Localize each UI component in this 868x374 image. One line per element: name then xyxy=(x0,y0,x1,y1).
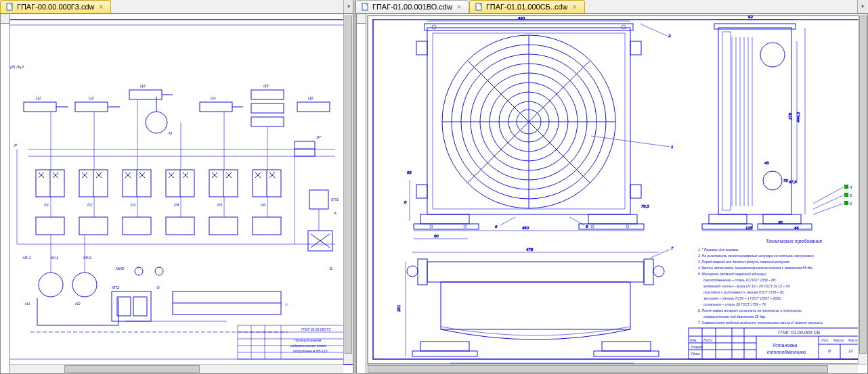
tab-right-1[interactable]: ГПАГ-01.00.001ВО.cdw × xyxy=(355,0,469,13)
svg-text:Р3: Р3 xyxy=(131,203,136,207)
svg-text:1. * Размеры  для справок.: 1. * Размеры для справок. xyxy=(698,248,739,252)
svg-rect-54 xyxy=(112,291,151,321)
svg-rect-162 xyxy=(714,24,796,29)
svg-rect-41 xyxy=(309,190,328,209)
svg-text:ГПАГ  00.00.000 Г3: ГПАГ 00.00.000 Г3 xyxy=(301,327,330,331)
svg-text:Ц3: Ц3 xyxy=(140,84,146,88)
tab-overflow-right[interactable]: ▾ xyxy=(857,0,867,13)
svg-text:Ц1: Ц1 xyxy=(36,96,41,100)
svg-rect-109 xyxy=(416,41,427,55)
svg-text:КН1: КН1 xyxy=(51,256,58,260)
svg-rect-166 xyxy=(758,224,812,229)
tab-label: ГПАГ-01.00.001ВО.cdw xyxy=(372,3,452,11)
tab-area-left: ГПАГ-00.00.000Г3.cdw × xyxy=(0,0,343,13)
svg-point-60 xyxy=(155,267,163,275)
svg-text:Ц2: Ц2 xyxy=(89,96,94,100)
svg-text:Р2: Р2 xyxy=(87,203,93,207)
svg-point-107 xyxy=(432,25,436,29)
close-icon[interactable]: × xyxy=(455,3,463,11)
svg-text:125: 125 xyxy=(745,226,753,230)
svg-text:8: 8 xyxy=(586,225,588,229)
svg-text:Р: Р xyxy=(14,143,17,147)
svg-rect-191 xyxy=(644,259,653,285)
left-canvas[interactable]: (8) Лц3 xyxy=(10,14,353,373)
svg-line-205 xyxy=(651,250,670,258)
svg-rect-153 xyxy=(722,32,731,210)
svg-text:5. Материал деталей сварочной : 5. Материал деталей сварочной единицы: xyxy=(698,272,767,276)
tab-label: ГПАГ-00.00.000Г3.cdw xyxy=(17,3,94,11)
svg-text:1: 1 xyxy=(671,145,673,149)
svg-text:ГПАГ  01.00.000 СБ: ГПАГ 01.00.000 СБ xyxy=(778,330,820,335)
svg-text:478: 478 xyxy=(526,248,534,252)
right-canvas[interactable]: 430 2 1 450 60 63 8 76,5 6 8 xyxy=(366,14,867,373)
svg-point-160 xyxy=(760,43,785,67)
svg-text:М: М xyxy=(169,131,172,135)
svg-rect-10 xyxy=(129,90,162,99)
tab-right-2[interactable]: ГПАГ-01.01.000СБ..cdw × xyxy=(469,0,585,13)
svg-point-52 xyxy=(39,273,63,297)
svg-text:Н2: Н2 xyxy=(75,302,81,306)
svg-text:Технические требования: Технические требования xyxy=(766,239,822,244)
svg-line-183 xyxy=(813,187,843,204)
ruler-vertical xyxy=(1,14,10,373)
svg-text:Ц6: Ц6 xyxy=(308,96,313,100)
tab-label: ГПАГ-01.01.000СБ..cdw xyxy=(486,3,568,11)
svg-rect-197 xyxy=(412,351,477,356)
svg-rect-126 xyxy=(420,214,469,224)
svg-rect-46 xyxy=(36,217,64,235)
svg-rect-17 xyxy=(251,103,284,113)
svg-text:Масса: Масса xyxy=(833,338,844,342)
left-pane: (8) Лц3 xyxy=(0,14,353,374)
svg-rect-163 xyxy=(709,214,747,224)
svg-rect-165 xyxy=(702,224,752,229)
svg-text:7. Совместимые рабочие жидкост: 7. Совместимые рабочие жидкости: минерал… xyxy=(698,321,823,325)
svg-point-192 xyxy=(407,266,418,277)
svg-text:Лист: Лист xyxy=(703,338,712,342)
left-drawing-svg: (8) Лц3 xyxy=(10,14,353,365)
scrollbar-h[interactable] xyxy=(366,364,858,373)
svg-rect-3 xyxy=(10,20,353,365)
svg-text:оборудования ВБ-116: оборудования ВБ-116 xyxy=(293,349,328,353)
svg-text:Принципиальная: Принципиальная xyxy=(295,338,322,342)
ruler-corner xyxy=(357,14,366,24)
svg-text:2. На изготовить несостыкованн: 2. На изготовить несостыкованные штуцера… xyxy=(697,254,815,258)
svg-text:44: 44 xyxy=(794,226,799,230)
svg-rect-196 xyxy=(602,342,651,351)
svg-rect-129 xyxy=(579,224,644,229)
svg-text:7: 7 xyxy=(671,246,674,250)
svg-text:Лит.: Лит. xyxy=(821,338,829,342)
svg-text:остальных – сталь 20 ГОСТ 1759: остальных – сталь 20 ГОСТ 1759 – 79. xyxy=(703,302,766,306)
right-drawing-svg: 430 2 1 450 60 63 8 76,5 6 8 xyxy=(366,14,868,365)
svg-text:Пров.: Пров. xyxy=(691,352,700,356)
svg-rect-16 xyxy=(251,90,284,99)
tab-bar: ГПАГ-00.00.000Г3.cdw × ▾ ГПАГ-01.00.001В… xyxy=(0,0,868,14)
svg-rect-110 xyxy=(630,41,641,55)
tab-left-1[interactable]: ГПАГ-00.00.000Г3.cdw × xyxy=(0,0,111,13)
right-pane: 430 2 1 450 60 63 8 76,5 6 8 xyxy=(356,14,868,374)
scrollbar-v[interactable] xyxy=(343,14,353,364)
svg-text:Масш.: Масш. xyxy=(848,338,859,342)
svg-rect-194 xyxy=(441,282,630,329)
technical-notes: Технические требования 1. * Размеры для … xyxy=(697,239,823,325)
scrollbar-v[interactable] xyxy=(858,14,867,364)
svg-text:Изм.: Изм. xyxy=(690,338,697,342)
svg-text:Б: Б xyxy=(330,266,332,271)
svg-text:ЭГ: ЭГ xyxy=(316,135,322,139)
svg-text:3. Перед сваркой все детали пр: 3. Перед сваркой все детали продуть сжат… xyxy=(698,260,790,264)
svg-text:А8-1: А8-1 xyxy=(22,256,31,260)
tab-overflow-left[interactable]: ▾ xyxy=(343,0,353,13)
svg-text:279: 279 xyxy=(788,112,792,120)
close-icon[interactable]: × xyxy=(571,3,579,11)
svg-point-193 xyxy=(653,266,664,277)
svg-text:47,5: 47,5 xyxy=(789,180,797,184)
svg-line-150 xyxy=(569,217,584,225)
svg-rect-182 xyxy=(844,201,848,205)
svg-text:гидравлическая схема: гидравлическая схема xyxy=(290,344,326,348)
svg-text:63: 63 xyxy=(748,15,753,19)
scrollbar-h[interactable] xyxy=(10,364,343,373)
svg-text:63: 63 xyxy=(407,170,412,174)
svg-text:Ф: Ф xyxy=(156,285,160,289)
svg-text:А: А xyxy=(333,211,337,215)
svg-point-132 xyxy=(591,225,594,228)
close-icon[interactable]: × xyxy=(97,3,105,11)
